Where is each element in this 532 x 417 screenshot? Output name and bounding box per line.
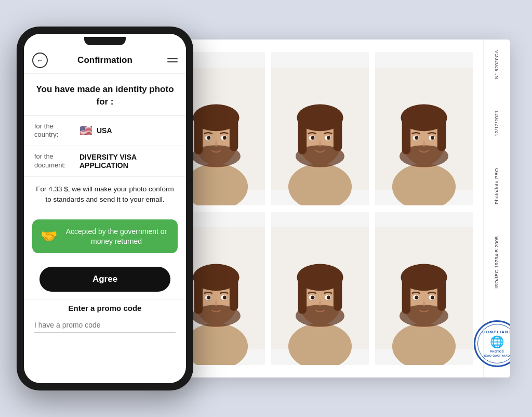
headline-text: You have made an identity photo for : xyxy=(34,83,176,108)
nav-title: Confirmation xyxy=(48,55,162,66)
photo-standard: ISO/IEC 19794-5:2005 xyxy=(494,236,500,289)
photo-brand: Photo/foto PRO xyxy=(494,168,500,204)
notch xyxy=(84,37,126,45)
back-icon: ← xyxy=(36,56,44,64)
photo-sheet: N° 82020GA 12/12/2021 Photo/foto PRO ISO… xyxy=(157,40,510,377)
phone-screen: ← Confirmation You have made an identity… xyxy=(24,34,186,383)
svg-point-21 xyxy=(296,145,344,167)
svg-point-37 xyxy=(415,136,418,140)
nav-bar: ← Confirmation xyxy=(24,48,186,74)
passport-photo-6 xyxy=(375,212,473,365)
svg-point-63 xyxy=(311,296,314,299)
stamp-globe-icon: 🌐 xyxy=(490,335,504,349)
price-section: For 4.33 $, we will make your photo conf… xyxy=(24,177,186,213)
document-label: for the document: xyxy=(34,152,73,170)
svg-point-76 xyxy=(415,296,418,299)
promo-input[interactable] xyxy=(34,318,176,333)
passport-photo-5 xyxy=(271,212,369,365)
handshake-icon: 🤝 xyxy=(41,228,57,244)
svg-rect-46 xyxy=(230,277,238,311)
svg-point-60 xyxy=(296,305,344,327)
country-label: for the country: xyxy=(34,122,73,140)
stamp-compliant: COMPLIANT xyxy=(482,330,510,334)
svg-rect-72 xyxy=(437,277,446,311)
price-text: For 4.33 $, we will make your photo conf… xyxy=(34,184,176,205)
scene: N° 82020GA 12/12/2021 Photo/foto PRO ISO… xyxy=(17,16,515,401)
promo-section: Enter a promo code xyxy=(24,299,186,341)
document-row: for the document: DIVERSITY VISA APPLICA… xyxy=(24,146,186,177)
guarantee-text: Accepted by the government or money retu… xyxy=(63,227,169,246)
svg-point-12 xyxy=(223,136,227,140)
menu-line-2 xyxy=(167,61,178,62)
headline-section: You have made an identity photo for : xyxy=(24,74,186,115)
status-bar xyxy=(24,34,186,48)
svg-point-38 xyxy=(431,136,434,140)
menu-line-1 xyxy=(167,58,178,59)
svg-rect-59 xyxy=(334,277,342,311)
svg-rect-7 xyxy=(230,118,238,151)
svg-point-50 xyxy=(207,296,210,299)
svg-rect-20 xyxy=(334,118,342,151)
svg-point-11 xyxy=(207,136,210,140)
guarantee-banner: 🤝 Accepted by the government or money re… xyxy=(32,219,178,254)
country-value: 🇺🇸 USA xyxy=(79,124,112,137)
photo-sidebar: N° 82020GA 12/12/2021 Photo/foto PRO ISO… xyxy=(483,40,510,377)
photo-grid xyxy=(157,40,483,377)
svg-point-51 xyxy=(223,296,227,299)
svg-point-73 xyxy=(400,305,448,327)
passport-photo-3 xyxy=(375,52,473,205)
promo-label: Enter a promo code xyxy=(34,304,176,312)
back-button[interactable]: ← xyxy=(32,53,48,68)
svg-point-8 xyxy=(192,145,241,167)
svg-point-47 xyxy=(192,305,241,327)
passport-photo-2 xyxy=(271,52,369,205)
svg-point-77 xyxy=(431,296,434,299)
svg-point-34 xyxy=(400,145,448,167)
phone: ← Confirmation You have made an identity… xyxy=(17,27,193,390)
agree-button[interactable]: Agree xyxy=(39,267,170,292)
stamp-org: ICAO OACI YAAO xyxy=(484,354,510,357)
menu-button[interactable] xyxy=(162,58,178,62)
country-row: for the country: 🇺🇸 USA xyxy=(24,116,186,147)
usa-flag-icon: 🇺🇸 xyxy=(79,124,92,137)
document-value: DIVERSITY VISA APPLICATION xyxy=(79,153,176,170)
photo-date: 12/12/2021 xyxy=(494,110,500,136)
stamp-photos: PHOTOS xyxy=(490,350,504,353)
svg-point-64 xyxy=(327,296,330,299)
country-name: USA xyxy=(97,126,112,135)
photo-number: N° 82020GA xyxy=(494,50,500,79)
svg-point-25 xyxy=(327,136,330,140)
svg-point-24 xyxy=(311,136,314,140)
svg-rect-33 xyxy=(437,118,446,151)
screen-content: You have made an identity photo for : fo… xyxy=(24,74,186,383)
